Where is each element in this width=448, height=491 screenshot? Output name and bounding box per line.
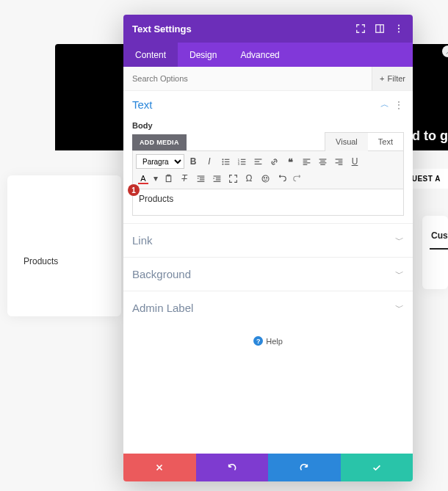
bold-icon[interactable]: B <box>186 154 200 169</box>
editor-tab-visual[interactable]: Visual <box>325 133 368 151</box>
svg-point-3 <box>398 28 400 29</box>
svg-rect-25 <box>320 160 325 161</box>
svg-rect-0 <box>376 25 384 33</box>
modal-header: Text Settings <box>123 15 413 43</box>
section-link-title: Link <box>132 234 395 247</box>
background-card-left: Products <box>7 175 121 316</box>
svg-rect-36 <box>199 179 204 180</box>
menu-dots-icon[interactable] <box>394 23 404 34</box>
svg-point-2 <box>398 24 400 26</box>
expand-icon[interactable] <box>355 23 366 34</box>
undo-icon[interactable] <box>274 171 289 186</box>
tab-design[interactable]: Design <box>178 43 228 67</box>
help-icon: ? <box>253 336 263 346</box>
text-color-icon[interactable]: A <box>136 171 151 186</box>
svg-rect-40 <box>215 179 220 180</box>
tab-advanced[interactable]: Advanced <box>228 43 291 67</box>
editor-tab-text[interactable]: Text <box>368 133 403 150</box>
format-select[interactable]: Paragraph <box>136 154 184 169</box>
chevron-up-icon: ︿ <box>380 98 389 111</box>
undo-button[interactable] <box>196 454 269 481</box>
svg-rect-26 <box>319 162 326 163</box>
svg-rect-39 <box>215 177 220 178</box>
svg-point-5 <box>222 159 223 160</box>
svg-point-4 <box>398 31 400 32</box>
italic-icon[interactable]: I <box>202 154 217 169</box>
omega-icon[interactable]: Ω <box>242 171 256 186</box>
tab-content[interactable]: Content <box>123 43 178 67</box>
editor-content[interactable]: 1 Products <box>132 189 404 216</box>
svg-rect-34 <box>197 175 204 176</box>
svg-rect-18 <box>254 161 259 161</box>
section-background-header[interactable]: Background ﹀ <box>123 258 413 291</box>
underline <box>430 248 448 250</box>
outdent-icon[interactable] <box>193 171 208 186</box>
filter-label: Filter <box>388 74 405 83</box>
section-menu-icon[interactable]: ⋮ <box>394 99 404 111</box>
svg-rect-16 <box>240 164 245 164</box>
snap-icon[interactable] <box>375 23 385 34</box>
svg-rect-30 <box>335 162 342 163</box>
modal-title: Text Settings <box>132 23 355 34</box>
filter-button[interactable]: + Filter <box>372 67 413 90</box>
products-label: Products <box>24 256 58 266</box>
svg-rect-29 <box>338 160 342 161</box>
editor-mode-tabs: Visual Text <box>325 132 404 150</box>
svg-text:3: 3 <box>237 162 239 166</box>
svg-rect-24 <box>319 159 326 159</box>
paste-icon[interactable] <box>161 171 176 186</box>
help-row[interactable]: ? Help <box>123 324 413 357</box>
section-admin-label-title: Admin Label <box>132 302 395 314</box>
search-input[interactable] <box>123 74 372 83</box>
save-button[interactable] <box>341 454 413 481</box>
numbered-list-icon[interactable]: 123 <box>234 154 249 169</box>
svg-rect-38 <box>213 175 220 176</box>
section-background-title: Background <box>132 268 395 280</box>
bg-hero-text: d to g <box>412 128 448 144</box>
editor-text: Products <box>139 194 173 204</box>
svg-rect-27 <box>320 164 325 164</box>
emoji-icon[interactable] <box>258 171 272 186</box>
svg-rect-6 <box>224 159 229 159</box>
svg-rect-37 <box>197 181 204 181</box>
svg-rect-32 <box>166 175 171 181</box>
svg-point-9 <box>222 163 223 164</box>
clear-format-icon[interactable]: T <box>177 171 192 186</box>
help-label: Help <box>266 337 283 346</box>
svg-point-7 <box>222 161 223 162</box>
section-admin-label-header[interactable]: Admin Label ﹀ <box>123 291 413 324</box>
svg-rect-20 <box>303 159 310 159</box>
svg-rect-10 <box>224 164 229 164</box>
chevron-down-icon: ﹀ <box>395 302 404 314</box>
underline-icon[interactable]: U <box>347 154 362 169</box>
fullscreen-icon[interactable] <box>225 171 240 186</box>
svg-rect-21 <box>303 160 307 161</box>
section-text-header[interactable]: Text ︿ ⋮ <box>123 91 413 118</box>
svg-rect-23 <box>303 164 307 164</box>
align-center-icon[interactable] <box>315 154 330 169</box>
editor-toolbar: Paragraph B I 123 ❝ U A ▾ <box>132 150 404 189</box>
link-icon[interactable] <box>267 154 281 169</box>
svg-rect-35 <box>199 177 204 178</box>
modal-tabs: Content Design Advanced <box>123 43 413 67</box>
cancel-button[interactable] <box>123 454 196 481</box>
redo-icon[interactable] <box>290 171 305 186</box>
custo-label: Custo <box>431 230 448 241</box>
chevron-down-icon: ﹀ <box>395 268 404 280</box>
bullet-list-icon[interactable] <box>218 154 233 169</box>
svg-rect-17 <box>254 159 261 159</box>
add-media-button[interactable]: ADD MEDIA <box>132 134 187 150</box>
svg-rect-8 <box>224 161 229 161</box>
svg-point-42 <box>262 175 269 182</box>
align-right-icon[interactable] <box>331 154 346 169</box>
quote-icon[interactable]: ❝ <box>283 154 297 169</box>
indent-icon[interactable] <box>209 171 224 186</box>
redo-button[interactable] <box>268 454 341 481</box>
align-icon[interactable] <box>250 154 265 169</box>
plus-icon: + <box>380 74 384 83</box>
svg-rect-28 <box>335 159 342 159</box>
text-color-dropdown-icon[interactable]: ▾ <box>152 171 159 186</box>
svg-rect-31 <box>338 164 342 164</box>
align-left-icon[interactable] <box>299 154 314 169</box>
section-link-header[interactable]: Link ﹀ <box>123 224 413 257</box>
